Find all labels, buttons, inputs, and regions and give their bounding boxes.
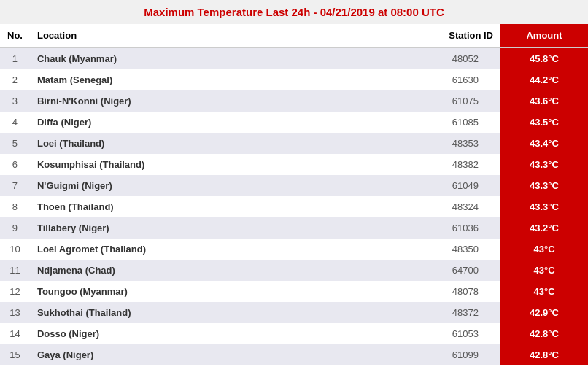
cell-no: 13 — [0, 302, 30, 323]
cell-amount: 43°C — [500, 281, 588, 302]
cell-no: 2 — [0, 69, 30, 90]
table-row: 6Kosumphisai (Thailand)4838243.3°C — [0, 154, 588, 175]
table-body: 1Chauk (Myanmar)4805245.8°C2Matam (Seneg… — [0, 47, 588, 365]
cell-amount: 43.2°C — [500, 217, 588, 239]
cell-amount: 43°C — [500, 239, 588, 260]
table-row: 8Thoen (Thailand)4832443.3°C — [0, 196, 588, 217]
table-row: 15Gaya (Niger)6109942.8°C — [0, 344, 588, 365]
cell-location: Loei Agromet (Thailand) — [30, 239, 349, 260]
page-title: Maximum Temperature Last 24h - 04/21/201… — [144, 6, 444, 18]
cell-no: 11 — [0, 260, 30, 281]
cell-station-id: 61099 — [349, 344, 500, 365]
cell-no: 1 — [0, 47, 30, 69]
table-row: 4Diffa (Niger)6108543.5°C — [0, 112, 588, 133]
cell-station-id: 48372 — [349, 302, 500, 323]
table-row: 1Chauk (Myanmar)4805245.8°C — [0, 47, 588, 69]
table-row: 9Tillabery (Niger)6103643.2°C — [0, 217, 588, 239]
cell-station-id: 64700 — [349, 260, 500, 281]
cell-location: Tillabery (Niger) — [30, 217, 349, 239]
cell-amount: 44.2°C — [500, 69, 588, 90]
table-row: 14Dosso (Niger)6105342.8°C — [0, 323, 588, 344]
table-row: 3Birni-N'Konni (Niger)6107543.6°C — [0, 90, 588, 112]
cell-station-id: 61053 — [349, 323, 500, 344]
cell-location: Chauk (Myanmar) — [30, 47, 349, 69]
title-bar: Maximum Temperature Last 24h - 04/21/201… — [0, 0, 588, 24]
cell-no: 14 — [0, 323, 30, 344]
cell-station-id: 48078 — [349, 281, 500, 302]
col-header-amount: Amount — [500, 24, 588, 47]
table-row: 12Toungoo (Myanmar)4807843°C — [0, 281, 588, 302]
cell-amount: 43.3°C — [500, 196, 588, 217]
cell-amount: 42.9°C — [500, 302, 588, 323]
cell-no: 9 — [0, 217, 30, 239]
cell-station-id: 48353 — [349, 133, 500, 154]
col-header-location: Location — [30, 24, 349, 47]
cell-amount: 43.3°C — [500, 154, 588, 175]
cell-amount: 42.8°C — [500, 344, 588, 365]
cell-no: 8 — [0, 196, 30, 217]
cell-station-id: 61630 — [349, 69, 500, 90]
cell-station-id: 61085 — [349, 112, 500, 133]
cell-amount: 42.8°C — [500, 323, 588, 344]
cell-amount: 45.8°C — [500, 47, 588, 69]
col-header-no: No. — [0, 24, 30, 47]
cell-station-id: 48052 — [349, 47, 500, 69]
cell-no: 12 — [0, 281, 30, 302]
cell-location: Thoen (Thailand) — [30, 196, 349, 217]
table-row: 5Loei (Thailand)4835343.4°C — [0, 133, 588, 154]
cell-amount: 43.5°C — [500, 112, 588, 133]
table-row: 2Matam (Senegal)6163044.2°C — [0, 69, 588, 90]
cell-station-id: 48382 — [349, 154, 500, 175]
cell-no: 5 — [0, 133, 30, 154]
table-row: 13Sukhothai (Thailand)4837242.9°C — [0, 302, 588, 323]
table-row: 10Loei Agromet (Thailand)4835043°C — [0, 239, 588, 260]
cell-location: Dosso (Niger) — [30, 323, 349, 344]
cell-no: 3 — [0, 90, 30, 112]
cell-location: Loei (Thailand) — [30, 133, 349, 154]
cell-amount: 43.3°C — [500, 175, 588, 196]
cell-station-id: 48350 — [349, 239, 500, 260]
cell-no: 15 — [0, 344, 30, 365]
table-row: 11Ndjamena (Chad)6470043°C — [0, 260, 588, 281]
cell-location: Toungoo (Myanmar) — [30, 281, 349, 302]
cell-no: 10 — [0, 239, 30, 260]
cell-no: 6 — [0, 154, 30, 175]
cell-amount: 43°C — [500, 260, 588, 281]
cell-location: Ndjamena (Chad) — [30, 260, 349, 281]
cell-station-id: 61036 — [349, 217, 500, 239]
cell-station-id: 48324 — [349, 196, 500, 217]
cell-location: Diffa (Niger) — [30, 112, 349, 133]
cell-location: Matam (Senegal) — [30, 69, 349, 90]
cell-location: Gaya (Niger) — [30, 344, 349, 365]
col-header-station: Station ID — [349, 24, 500, 47]
cell-station-id: 61075 — [349, 90, 500, 112]
cell-location: Sukhothai (Thailand) — [30, 302, 349, 323]
cell-no: 4 — [0, 112, 30, 133]
cell-amount: 43.4°C — [500, 133, 588, 154]
temperature-table: No. Location Station ID Amount 1Chauk (M… — [0, 24, 588, 365]
cell-amount: 43.6°C — [500, 90, 588, 112]
table-row: 7N'Guigmi (Niger)6104943.3°C — [0, 175, 588, 196]
cell-no: 7 — [0, 175, 30, 196]
table-header-row: No. Location Station ID Amount — [0, 24, 588, 47]
cell-location: N'Guigmi (Niger) — [30, 175, 349, 196]
cell-location: Birni-N'Konni (Niger) — [30, 90, 349, 112]
cell-location: Kosumphisai (Thailand) — [30, 154, 349, 175]
page-wrapper: Maximum Temperature Last 24h - 04/21/201… — [0, 0, 588, 365]
cell-station-id: 61049 — [349, 175, 500, 196]
